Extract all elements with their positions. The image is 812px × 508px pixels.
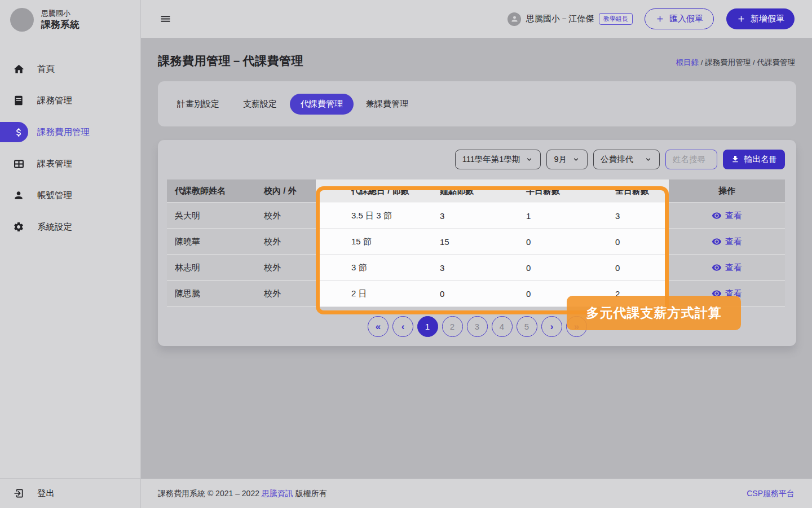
- hourly-periods: 0: [431, 281, 522, 307]
- eye-icon: [712, 237, 722, 247]
- user-name: 思騰國小－江偉傑: [526, 14, 594, 24]
- prev-page-button[interactable]: ‹: [392, 316, 413, 337]
- page-button-5[interactable]: 5: [517, 316, 537, 337]
- view-button[interactable]: 查看: [712, 262, 742, 273]
- table-row: 陳曉華 校外 15 節 15 0 0 查看: [167, 229, 785, 255]
- plus-icon: [655, 14, 665, 24]
- hourly-periods: 3: [431, 203, 522, 229]
- sidebar-item-timetable-management[interactable]: 課表管理: [0, 154, 140, 174]
- page-button-1[interactable]: 1: [417, 316, 438, 337]
- view-button[interactable]: 查看: [712, 211, 742, 221]
- substitute-fee-table: 代課教師姓名 校內 / 外 代課總日 / 節數 鐘點節數 半日薪數 全日薪數 操…: [167, 179, 785, 307]
- sidebar-header: 思騰國小 課務系統: [0, 0, 140, 32]
- page-title: 課務費用管理－代課費管理: [158, 53, 303, 69]
- add-leave-button[interactable]: 新增假單: [726, 8, 795, 29]
- page-button-2[interactable]: 2: [442, 316, 463, 337]
- column-header: 鐘點節數: [431, 179, 522, 203]
- page-button-3[interactable]: 3: [467, 316, 488, 337]
- tab-salary-settings[interactable]: 支薪設定: [243, 99, 277, 110]
- month-select-value: 9月: [554, 154, 567, 165]
- sidebar-item-course-fee-management[interactable]: 課務費用管理: [0, 122, 140, 142]
- pay-type-select[interactable]: 公費排代: [593, 150, 660, 169]
- half-day-pay: 0: [522, 255, 609, 281]
- school-type: 校外: [254, 255, 316, 281]
- sidebar-item-account-management[interactable]: 帳號管理: [0, 185, 140, 205]
- total-days-periods: 3 節: [316, 255, 431, 281]
- teacher-name: 陳思騰: [167, 281, 254, 307]
- csp-platform-link[interactable]: CSP服務平台: [747, 489, 795, 499]
- home-icon: [0, 63, 37, 75]
- first-page-button[interactable]: «: [368, 316, 389, 337]
- breadcrumb-root-link[interactable]: 根目錄: [676, 58, 699, 67]
- sidebar-item-label: 系統設定: [37, 221, 72, 233]
- download-icon: [731, 155, 740, 164]
- pay-type-select-value: 公費排代: [601, 154, 633, 165]
- sidebar-item-system-settings[interactable]: 系統設定: [0, 217, 140, 237]
- export-roster-button[interactable]: 輸出名冊: [723, 150, 785, 169]
- hourly-periods: 15: [431, 229, 522, 255]
- copyright-suffix: 版權所有: [295, 489, 327, 498]
- add-leave-label: 新增假單: [751, 14, 784, 24]
- logout-label: 登出: [37, 488, 55, 500]
- book-icon: [0, 95, 37, 106]
- import-leave-label: 匯入假單: [669, 14, 703, 24]
- import-leave-button[interactable]: 匯入假單: [645, 8, 714, 29]
- tabs-card: 計畫別設定 支薪設定 代課費管理 兼課費管理: [158, 81, 796, 126]
- half-day-pay: 0: [522, 229, 609, 255]
- user-menu[interactable]: 思騰國小－江偉傑: [508, 12, 594, 26]
- hourly-periods: 3: [431, 255, 522, 281]
- total-days-periods: 2 日: [316, 281, 431, 307]
- full-day-pay: 0: [609, 255, 669, 281]
- sidebar-item-label: 課務管理: [37, 95, 72, 107]
- column-header: 全日薪數: [609, 179, 669, 203]
- sidebar-nav: 首頁 課務管理 課務費用管理 課表管理 帳號管理: [0, 59, 140, 237]
- tab-parttime-fee-management[interactable]: 兼課費管理: [366, 99, 408, 110]
- chevron-down-icon: [525, 155, 533, 164]
- school-name: 思騰國小: [41, 8, 80, 19]
- column-header: 校內 / 外: [254, 179, 316, 203]
- sidebar-item-label: 課表管理: [37, 158, 72, 170]
- system-name: 課務系統: [41, 19, 80, 31]
- main-content: 課務費用管理－代課費管理 根目錄 / 課務費用管理 / 代課費管理 計畫別設定 …: [141, 38, 812, 479]
- footer: 課務費用系統 © 2021 – 2022 思騰資訊 版權所有 CSP服務平台: [141, 479, 812, 508]
- page-button-4[interactable]: 4: [492, 316, 513, 337]
- column-header: 半日薪數: [522, 179, 609, 203]
- semester-select[interactable]: 111學年第1學期: [455, 150, 541, 169]
- menu-icon[interactable]: [160, 13, 171, 25]
- column-header: 代課總日 / 節數: [316, 179, 431, 203]
- teacher-name: 林志明: [167, 255, 254, 281]
- sidebar-item-course-management[interactable]: 課務管理: [0, 90, 140, 111]
- table-header-row: 代課教師姓名 校內 / 外 代課總日 / 節數 鐘點節數 半日薪數 全日薪數 操…: [167, 179, 785, 203]
- school-type: 校外: [254, 281, 316, 307]
- tab-plan-settings[interactable]: 計畫別設定: [177, 99, 219, 110]
- dollar-icon: [0, 127, 37, 138]
- table-icon: [0, 158, 37, 170]
- topbar-right: 思騰國小－江偉傑 教學組長 匯入假單 新增假單: [508, 8, 795, 29]
- column-header: 代課教師姓名: [167, 179, 254, 203]
- table-row: 吳大明 校外 3.5 日 3 節 3 1 3 查看: [167, 203, 785, 229]
- company-link[interactable]: 思騰資訊: [262, 489, 293, 498]
- sidebar-item-label: 帳號管理: [37, 190, 72, 202]
- next-page-button[interactable]: ›: [541, 316, 562, 337]
- eye-icon: [712, 262, 722, 273]
- chevron-down-icon: [644, 155, 652, 164]
- user-icon: [0, 190, 37, 201]
- plus-icon: [736, 14, 746, 24]
- month-select[interactable]: 9月: [546, 150, 588, 169]
- half-day-pay: 1: [522, 203, 609, 229]
- breadcrumb: 根目錄 / 課務費用管理 / 代課費管理: [676, 58, 795, 68]
- name-search-input[interactable]: [665, 150, 717, 169]
- total-days-periods: 3.5 日 3 節: [316, 203, 431, 229]
- tab-substitute-fee-management[interactable]: 代課費管理: [290, 94, 354, 115]
- export-roster-label: 輸出名冊: [744, 154, 777, 165]
- school-logo-avatar: [10, 8, 34, 32]
- semester-select-value: 111學年第1學期: [462, 154, 520, 165]
- topbar: 思騰國小－江偉傑 教學組長 匯入假單 新增假單: [141, 0, 812, 38]
- person-icon: [508, 12, 521, 26]
- filter-row: 111學年第1學期 9月 公費排代: [158, 149, 796, 169]
- eye-icon: [712, 211, 722, 221]
- view-button[interactable]: 查看: [712, 237, 742, 247]
- sidebar-item-home[interactable]: 首頁: [0, 59, 140, 79]
- logout-button[interactable]: 登出: [0, 478, 140, 508]
- sidebar-item-label: 首頁: [37, 63, 55, 75]
